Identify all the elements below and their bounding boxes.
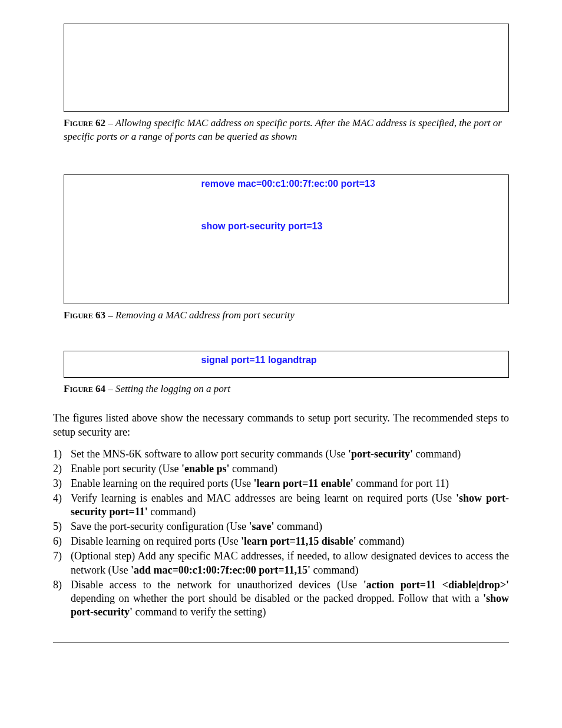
command-signal-port: signal port=11 logandtrap [201,355,317,365]
step-text: Disable access to the network for unauth… [71,579,363,591]
step-item: Disable access to the network for unauth… [53,578,509,619]
step-text: command for port 11) [353,477,449,489]
document-page: Figure 62 – Allowing specific MAC addres… [0,0,562,667]
step-item: Set the MNS-6K software to allow port se… [53,447,509,461]
figure-63-label: Figure 63 [64,309,105,321]
figure-62-box [64,24,509,112]
step-text: Save the port-security configuration (Us… [71,521,249,532]
step-text: Enable learning on the required ports (U… [71,477,253,489]
caption-dash: – [108,309,115,321]
figure-62-caption: Figure 62 – Allowing specific MAC addres… [64,117,509,144]
step-text: command) [356,535,404,547]
caption-dash: – [108,117,115,129]
figure-63-desc: Removing a MAC address from port securit… [115,309,295,321]
figure-64-box: Magnum6K25(port-security)## signal port=… [64,351,509,378]
terminal-line: Magnum6K25(port-security)## remove mac=0… [71,179,501,189]
step-text: command) [274,521,322,532]
step-item: Verify learning is enables and MAC addre… [53,492,509,519]
terminal-line: Magnum6K25(port-security)## show port-se… [71,221,501,232]
figure-64-caption: Figure 64 – Setting the logging on a por… [64,383,509,396]
figure-63-box: Magnum6K25(port-security)## remove mac=0… [64,174,509,304]
figure-63-caption: Figure 63 – Removing a MAC address from … [64,309,509,322]
figure-62-desc: Allowing specific MAC address on specifi… [64,117,502,142]
step-text: Disable learning on required ports (Use [71,535,241,547]
terminal-line: Magnum6K25(port-security)## signal port=… [71,355,501,365]
step-command: 'add mac=00:c1:00:7f:ec:00 port=11,15' [131,564,310,576]
step-item: Enable learning on the required ports (U… [53,477,509,490]
command-remove-mac: remove mac=00:c1:00:7f:ec:00 port=13 [201,179,375,189]
footer-rule [53,643,509,643]
step-text: Enable port security (Use [71,463,181,475]
step-text: command) [148,506,196,518]
step-item: Save the port-security configuration (Us… [53,520,509,533]
step-command: 'learn port=11,15 disable' [241,535,356,547]
figure-62-label: Figure 62 [64,117,105,129]
step-text: command) [229,463,277,475]
step-item: Enable port security (Use 'enable ps' co… [53,462,509,476]
caption-dash: – [108,383,115,394]
step-item: Disable learning on required ports (Use … [53,535,509,548]
step-item: (Optional step) Add any specific MAC add… [53,549,509,577]
step-text: command) [310,564,358,576]
intro-paragraph: The figures listed above show the necess… [53,411,509,440]
step-command: 'enable ps' [181,463,230,475]
step-command: 'port-security' [348,448,413,460]
step-text: command to verify the setting) [133,606,266,618]
command-show-port-security: show port-security port=13 [201,221,323,231]
figure-64-desc: Setting the logging on a port [115,383,230,394]
step-text: Verify learning is enables and MAC addre… [71,492,456,504]
figure-64-label: Figure 64 [64,383,105,394]
step-text: Set the MNS-6K software to allow port se… [71,448,348,460]
step-text: depending on whether the port should be … [71,592,483,604]
step-command: 'save' [249,521,274,532]
step-command: 'action port=11 <diable|drop>' [363,579,509,591]
step-text: command) [413,448,461,460]
step-command: 'learn port=11 enable' [253,477,353,489]
steps-list: Set the MNS-6K software to allow port se… [53,447,509,618]
